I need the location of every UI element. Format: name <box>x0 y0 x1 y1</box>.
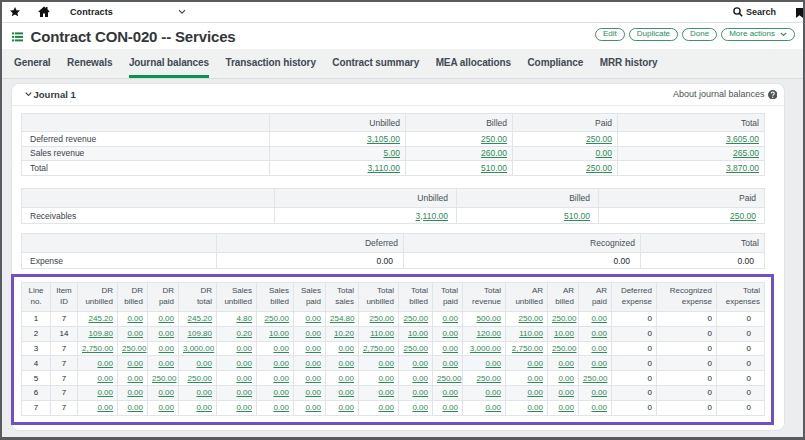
balance-amount-link[interactable]: 245.20 <box>188 314 212 323</box>
balance-amount-link[interactable]: 0.00 <box>127 359 143 368</box>
balance-amount-link[interactable]: 0.00 <box>527 359 543 368</box>
balance-amount-link[interactable]: 250.00 <box>586 163 612 173</box>
duplicate-button[interactable]: Duplicate <box>629 28 678 41</box>
balance-amount-link[interactable]: 0.00 <box>558 403 574 412</box>
balance-amount-link[interactable]: 0.00 <box>591 344 607 353</box>
balance-amount-link[interactable]: 0.00 <box>442 388 458 397</box>
balance-amount-link[interactable]: 3,000.00 <box>470 344 501 353</box>
balance-amount-link[interactable]: 0.00 <box>236 344 252 353</box>
balance-amount-link[interactable]: 0.00 <box>196 403 212 412</box>
balance-amount-link[interactable]: 0.00 <box>127 314 143 323</box>
balance-amount-link[interactable]: 0.00 <box>442 314 458 323</box>
balance-amount-link[interactable]: 0.00 <box>378 359 394 368</box>
balance-amount-link[interactable]: 10.00 <box>408 329 428 338</box>
bookmark-icon[interactable] <box>796 8 803 18</box>
balance-amount-link[interactable]: 250.00 <box>552 314 576 323</box>
balance-amount-link[interactable]: 260.00 <box>481 148 507 158</box>
balance-amount-link[interactable]: 0.00 <box>338 388 354 397</box>
balance-amount-link[interactable]: 0.00 <box>158 329 174 338</box>
balance-amount-link[interactable]: 245.20 <box>89 314 113 323</box>
collapse-chevron-down-icon[interactable] <box>25 92 32 97</box>
balance-amount-link[interactable]: 0.00 <box>196 359 212 368</box>
balance-amount-link[interactable]: 265.00 <box>733 148 759 158</box>
balance-amount-link[interactable]: 0.00 <box>442 344 458 353</box>
balance-amount-link[interactable]: 0.00 <box>127 329 143 338</box>
favorites-star-icon[interactable] <box>10 7 20 17</box>
balance-amount-link[interactable]: 0.00 <box>273 388 289 397</box>
app-nav-chevron-down-icon[interactable] <box>178 9 186 15</box>
tab-compliance[interactable]: Compliance <box>528 49 584 79</box>
done-button[interactable]: Done <box>682 28 717 41</box>
balance-amount-link[interactable]: 250.00 <box>552 344 576 353</box>
balance-amount-link[interactable]: 0.00 <box>158 403 174 412</box>
balance-amount-link[interactable]: 0.00 <box>273 403 289 412</box>
balance-amount-link[interactable]: 0.00 <box>558 388 574 397</box>
balance-amount-link[interactable]: 250.00 <box>730 211 756 221</box>
balance-amount-link[interactable]: 2,750.00 <box>512 344 543 353</box>
balance-amount-link[interactable]: 0.00 <box>338 344 354 353</box>
balance-amount-link[interactable]: 0.00 <box>305 359 321 368</box>
tab-transaction-history[interactable]: Transaction history <box>226 49 316 79</box>
balance-amount-link[interactable]: 0.00 <box>485 388 501 397</box>
balance-amount-link[interactable]: 510.00 <box>481 163 507 173</box>
balance-amount-link[interactable]: 0.00 <box>273 359 289 368</box>
balance-amount-link[interactable]: 250.00 <box>152 374 176 383</box>
balance-amount-link[interactable]: 0.00 <box>97 374 113 383</box>
balance-amount-link[interactable]: 0.00 <box>236 359 252 368</box>
balance-amount-link[interactable]: 4.80 <box>236 314 252 323</box>
balance-amount-link[interactable]: 0.00 <box>273 344 289 353</box>
balance-amount-link[interactable]: 0.00 <box>158 314 174 323</box>
balance-amount-link[interactable]: 3,105.00 <box>367 134 400 144</box>
global-search-button[interactable]: Search <box>733 2 776 22</box>
balance-amount-link[interactable]: 250.00 <box>583 374 607 383</box>
balance-amount-link[interactable]: 0.00 <box>558 359 574 368</box>
balance-amount-link[interactable]: 0.00 <box>236 374 252 383</box>
balance-amount-link[interactable]: 5.00 <box>383 148 400 158</box>
balance-amount-link[interactable]: 250.00 <box>586 134 612 144</box>
balance-amount-link[interactable]: 0.00 <box>305 344 321 353</box>
balance-amount-link[interactable]: 3,110.00 <box>368 163 400 173</box>
app-nav-dropdown[interactable]: Contracts <box>70 7 113 17</box>
balance-amount-link[interactable]: 0.00 <box>305 388 321 397</box>
home-icon[interactable] <box>38 6 50 18</box>
balance-amount-link[interactable]: 0.00 <box>305 403 321 412</box>
balance-amount-link[interactable]: 109.80 <box>188 329 212 338</box>
balance-amount-link[interactable]: 250.00 <box>519 314 543 323</box>
balance-amount-link[interactable]: 0.00 <box>591 314 607 323</box>
balance-amount-link[interactable]: 10.20 <box>334 329 354 338</box>
balance-amount-link[interactable]: 0.00 <box>338 403 354 412</box>
more-actions-button[interactable]: More actions <box>721 28 795 41</box>
balance-amount-link[interactable]: 120.00 <box>477 329 501 338</box>
balance-amount-link[interactable]: 250.00 <box>188 374 212 383</box>
balance-amount-link[interactable]: 250.00 <box>404 344 428 353</box>
balance-amount-link[interactable]: 0.00 <box>378 403 394 412</box>
balance-amount-link[interactable]: 0.20 <box>236 329 252 338</box>
balance-amount-link[interactable]: 500.00 <box>477 314 501 323</box>
balance-amount-link[interactable]: 3,870.00 <box>726 163 759 173</box>
balance-amount-link[interactable]: 3,605.00 <box>726 134 759 144</box>
balance-amount-link[interactable]: 0.00 <box>305 329 321 338</box>
tab-mrr-history[interactable]: MRR history <box>600 49 658 79</box>
balance-amount-link[interactable]: 0.00 <box>527 374 543 383</box>
balance-amount-link[interactable]: 0.00 <box>378 374 394 383</box>
balance-amount-link[interactable]: 0.00 <box>527 388 543 397</box>
balance-amount-link[interactable]: 110.00 <box>519 329 543 338</box>
balance-amount-link[interactable]: 0.00 <box>196 388 212 397</box>
tab-renewals[interactable]: Renewals <box>67 49 112 79</box>
balance-amount-link[interactable]: 0.00 <box>338 374 354 383</box>
balance-amount-link[interactable]: 0.00 <box>485 403 501 412</box>
balance-amount-link[interactable]: 2,750.00 <box>82 344 113 353</box>
balance-amount-link[interactable]: 10.00 <box>554 329 574 338</box>
balance-amount-link[interactable]: 0.00 <box>412 359 428 368</box>
balance-amount-link[interactable]: 0.00 <box>158 388 174 397</box>
balance-amount-link[interactable]: 0.00 <box>442 403 458 412</box>
balance-amount-link[interactable]: 0.00 <box>338 359 354 368</box>
balance-amount-link[interactable]: 2,750.00 <box>363 344 394 353</box>
balance-amount-link[interactable]: 250.00 <box>370 314 394 323</box>
balance-amount-link[interactable]: 0.00 <box>273 374 289 383</box>
balance-amount-link[interactable]: 0.00 <box>591 329 607 338</box>
balance-amount-link[interactable]: 0.00 <box>127 403 143 412</box>
balance-amount-link[interactable]: 0.00 <box>305 374 321 383</box>
balance-amount-link[interactable]: 250.00 <box>404 314 428 323</box>
balance-amount-link[interactable]: 0.00 <box>158 359 174 368</box>
